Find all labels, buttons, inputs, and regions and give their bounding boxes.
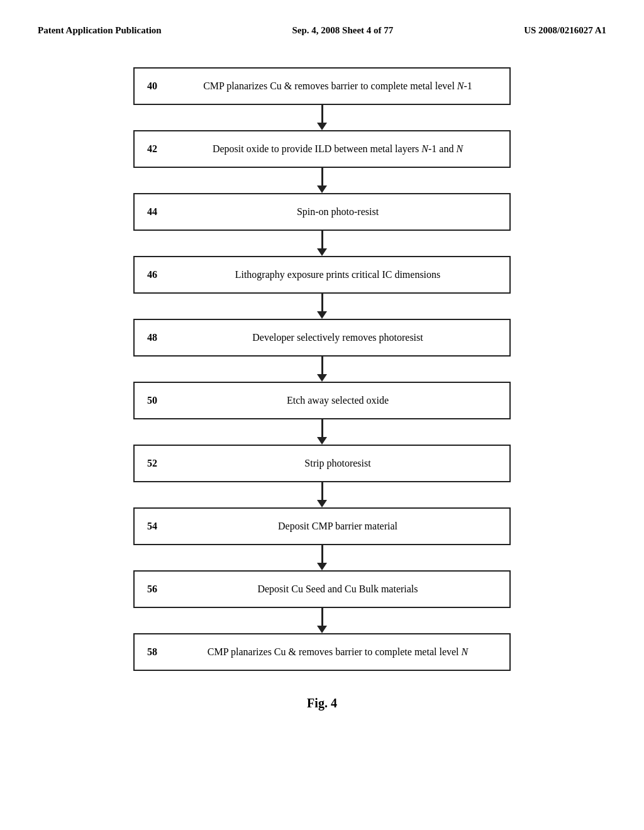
arrow-line-7 <box>321 545 323 563</box>
arrow-4 <box>317 357 327 382</box>
step-42-text: Deposit oxide to provide ILD between met… <box>179 142 497 156</box>
arrow-head-7 <box>317 563 327 570</box>
header-publication-label: Patent Application Publication <box>38 25 162 36</box>
page: Patent Application Publication Sep. 4, 2… <box>0 0 644 830</box>
step-56-number: 56 <box>147 584 179 595</box>
step-52-box: 52Strip photoresist <box>133 445 511 482</box>
step-56-text: Deposit Cu Seed and Cu Bulk materials <box>179 582 497 596</box>
step-46-text: Lithography exposure prints critical IC … <box>179 268 497 282</box>
step-52-text: Strip photoresist <box>179 456 497 470</box>
step-50-number: 50 <box>147 395 179 406</box>
page-header: Patent Application Publication Sep. 4, 2… <box>38 25 606 36</box>
arrow-2 <box>317 231 327 256</box>
header-date-sheet: Sep. 4, 2008 Sheet 4 of 77 <box>292 25 393 36</box>
figure-caption: Fig. 4 <box>38 696 606 711</box>
arrow-line-8 <box>321 608 323 626</box>
arrow-head-3 <box>317 311 327 319</box>
arrow-head-0 <box>317 123 327 130</box>
flowchart: 40CMP planarizes Cu & removes barrier to… <box>38 67 606 671</box>
arrow-line-1 <box>321 168 323 185</box>
step-48-text: Developer selectively removes photoresis… <box>179 331 497 345</box>
step-52-number: 52 <box>147 458 179 469</box>
arrow-8 <box>317 608 327 633</box>
arrow-head-6 <box>317 500 327 507</box>
arrow-6 <box>317 482 327 507</box>
arrow-0 <box>317 105 327 130</box>
arrow-5 <box>317 419 327 445</box>
arrow-head-1 <box>317 185 327 193</box>
header-patent-number: US 2008/0216027 A1 <box>524 25 606 36</box>
step-42-box: 42Deposit oxide to provide ILD between m… <box>133 130 511 168</box>
step-44-box: 44Spin-on photo-resist <box>133 193 511 231</box>
step-50-text: Etch away selected oxide <box>179 394 497 407</box>
step-54-box: 54Deposit CMP barrier material <box>133 507 511 545</box>
arrow-line-5 <box>321 419 323 437</box>
arrow-1 <box>317 168 327 193</box>
step-40-text: CMP planarizes Cu & removes barrier to c… <box>179 79 497 93</box>
arrow-line-6 <box>321 482 323 500</box>
step-44-text: Spin-on photo-resist <box>179 205 497 219</box>
arrow-7 <box>317 545 327 570</box>
arrow-line-4 <box>321 357 323 374</box>
arrow-head-4 <box>317 374 327 382</box>
arrow-line-0 <box>321 105 323 123</box>
arrow-head-8 <box>317 626 327 633</box>
step-58-box: 58CMP planarizes Cu & removes barrier to… <box>133 633 511 671</box>
step-48-number: 48 <box>147 332 179 343</box>
step-56-box: 56Deposit Cu Seed and Cu Bulk materials <box>133 570 511 608</box>
step-54-number: 54 <box>147 521 179 532</box>
arrow-line-2 <box>321 231 323 248</box>
step-50-box: 50Etch away selected oxide <box>133 382 511 419</box>
arrow-3 <box>317 294 327 319</box>
step-54-text: Deposit CMP barrier material <box>179 519 497 533</box>
step-40-number: 40 <box>147 80 179 92</box>
step-44-number: 44 <box>147 206 179 218</box>
arrow-head-2 <box>317 248 327 256</box>
step-48-box: 48Developer selectively removes photores… <box>133 319 511 357</box>
step-46-number: 46 <box>147 269 179 280</box>
step-42-number: 42 <box>147 143 179 155</box>
arrow-line-3 <box>321 294 323 311</box>
step-58-number: 58 <box>147 646 179 658</box>
arrow-head-5 <box>317 437 327 445</box>
step-46-box: 46Lithography exposure prints critical I… <box>133 256 511 294</box>
step-58-text: CMP planarizes Cu & removes barrier to c… <box>179 645 497 659</box>
step-40-box: 40CMP planarizes Cu & removes barrier to… <box>133 67 511 105</box>
